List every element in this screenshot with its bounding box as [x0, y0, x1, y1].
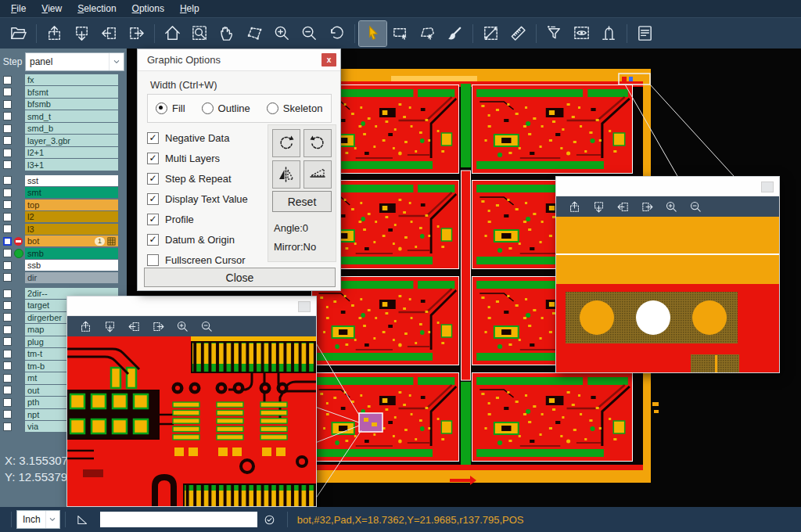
layer-row-l2+1[interactable]: l2+1 — [0, 147, 127, 158]
sync-icon[interactable] — [260, 510, 279, 529]
select-rectangle-button[interactable] — [386, 21, 414, 46]
zoom-out-button[interactable] — [684, 198, 708, 215]
layer-row-top[interactable]: top — [0, 200, 127, 210]
layer-visibility-checkbox[interactable] — [3, 124, 12, 133]
view-area-button[interactable] — [568, 21, 595, 46]
layer-row-bfsmt[interactable]: bfsmt — [0, 86, 127, 97]
window-titlebar[interactable] — [556, 177, 779, 196]
page-down-button[interactable] — [587, 198, 611, 215]
measure-ruler-button[interactable] — [505, 21, 532, 46]
reset-button[interactable]: Reset — [272, 191, 332, 212]
menu-file[interactable]: File — [3, 0, 34, 17]
mirror-vertical-button[interactable] — [304, 160, 332, 189]
zoom-in-button[interactable] — [171, 318, 195, 335]
select-polygon-button[interactable] — [414, 21, 441, 46]
layer-visibility-checkbox[interactable] — [3, 88, 12, 96]
layer-visibility-checkbox[interactable] — [3, 225, 12, 233]
checkbox-multi-layers[interactable]: ✓Multi Layers — [147, 148, 248, 168]
layer-row-smt[interactable]: smt — [0, 187, 127, 198]
layer-visibility-checkbox[interactable] — [3, 313, 12, 322]
layer-row-ssb[interactable]: ssb — [0, 260, 127, 271]
measure-points-button[interactable] — [477, 21, 505, 46]
page-right-button[interactable] — [146, 318, 171, 335]
layer-row-l3[interactable]: l3 — [0, 224, 127, 235]
layer-row-smd_t[interactable]: smd_t — [0, 110, 127, 121]
pcb-zoom-view[interactable] — [556, 217, 779, 372]
layer-visibility-checkbox[interactable] — [3, 398, 12, 407]
layer-visibility-checkbox[interactable] — [3, 249, 12, 257]
layer-visibility-checkbox[interactable] — [3, 100, 12, 109]
page-right-button[interactable] — [123, 21, 150, 46]
zoom-polygon-button[interactable] — [241, 21, 268, 46]
page-up-button[interactable] — [41, 21, 68, 46]
layer-visibility-checkbox[interactable] — [3, 176, 12, 185]
radio-fill[interactable]: Fill — [156, 102, 185, 114]
page-left-button[interactable] — [122, 318, 146, 335]
pcb-zoom-view[interactable] — [67, 336, 316, 506]
close-button[interactable]: Close — [144, 268, 336, 287]
menu-view[interactable]: View — [34, 0, 70, 17]
zoom-window-button[interactable] — [186, 21, 214, 46]
layer-row-l2[interactable]: l2 — [0, 211, 127, 222]
layer-visibility-checkbox[interactable] — [3, 386, 12, 394]
layer-visibility-checkbox[interactable] — [3, 350, 12, 358]
layer-row-l3+1[interactable]: l3+1 — [0, 159, 127, 170]
layer-visibility-checkbox[interactable] — [3, 160, 12, 169]
layer-visibility-checkbox[interactable] — [3, 213, 12, 221]
page-left-button[interactable] — [611, 198, 635, 215]
checkbox-negative-data[interactable]: ✓Negative Data — [147, 128, 248, 148]
layer-row-dir[interactable]: dir — [0, 272, 127, 283]
layer-row-layer_3.gbr[interactable]: layer_3.gbr — [0, 135, 127, 146]
rotate-cw-button[interactable] — [272, 129, 300, 157]
zoom-out-button[interactable] — [195, 318, 219, 335]
checkbox-profile[interactable]: ✓Profile — [147, 209, 248, 229]
zoom-in-button[interactable] — [268, 21, 296, 46]
layer-visibility-checkbox[interactable] — [3, 410, 12, 419]
checkbox-datum-origin[interactable]: ✓Datum & Origin — [147, 229, 248, 250]
layer-visibility-checkbox[interactable] — [3, 361, 12, 370]
layer-visibility-checkbox[interactable] — [3, 422, 12, 431]
checkbox-display-text-value[interactable]: ✓Display Text Value — [147, 189, 248, 209]
layer-row-smb[interactable]: smb — [0, 248, 127, 259]
window-button[interactable] — [761, 182, 774, 192]
checkbox-step-repeat[interactable]: ✓Step & Repeat — [147, 168, 248, 189]
grid-icon[interactable] — [107, 237, 116, 246]
page-down-button[interactable] — [98, 318, 122, 335]
layer-visibility-checkbox[interactable] — [3, 112, 12, 120]
radio-skeleton[interactable]: Skeleton — [267, 102, 323, 114]
layer-row-bot[interactable]: bot1 — [0, 235, 127, 246]
pan-hand-button[interactable] — [214, 21, 241, 46]
layer-visibility-checkbox[interactable] — [3, 325, 12, 334]
unit-select[interactable]: Inch — [16, 510, 60, 529]
menu-options[interactable]: Options — [124, 0, 172, 17]
page-down-button[interactable] — [68, 21, 95, 46]
layer-visibility-checkbox[interactable] — [3, 337, 12, 346]
page-up-button[interactable] — [562, 198, 587, 215]
rotate-ccw-button[interactable] — [304, 129, 332, 157]
page-left-button[interactable] — [95, 21, 123, 46]
close-icon[interactable]: x — [321, 53, 336, 66]
open-file-button[interactable] — [5, 21, 32, 46]
layer-row-sst[interactable]: sst — [0, 175, 127, 186]
layer-visibility-checkbox[interactable] — [3, 189, 12, 197]
dialog-titlebar[interactable]: Graphic Options — [138, 49, 340, 71]
layer-visibility-checkbox[interactable] — [3, 76, 12, 84]
filter-button[interactable] — [541, 21, 568, 46]
report-list-button[interactable] — [631, 21, 659, 46]
menu-selection[interactable]: Selection — [70, 0, 124, 17]
layer-visibility-checkbox[interactable] — [3, 289, 12, 298]
layer-visibility-checkbox[interactable] — [3, 273, 12, 282]
layer-row-bfsmb[interactable]: bfsmb — [0, 99, 127, 110]
window-button[interactable] — [298, 301, 311, 312]
mirror-horizontal-button[interactable] — [272, 160, 300, 189]
menu-help[interactable]: Help — [172, 0, 207, 17]
layer-visibility-checkbox[interactable] — [3, 301, 12, 310]
page-right-button[interactable] — [635, 198, 659, 215]
home-view-button[interactable] — [159, 21, 186, 46]
step-select[interactable]: panel — [25, 52, 124, 71]
layer-visibility-checkbox[interactable] — [3, 374, 12, 383]
layer-row-fx[interactable]: fx — [0, 74, 127, 85]
layer-visibility-checkbox[interactable] — [3, 261, 12, 270]
command-input[interactable] — [100, 512, 257, 527]
window-titlebar[interactable] — [67, 297, 316, 316]
